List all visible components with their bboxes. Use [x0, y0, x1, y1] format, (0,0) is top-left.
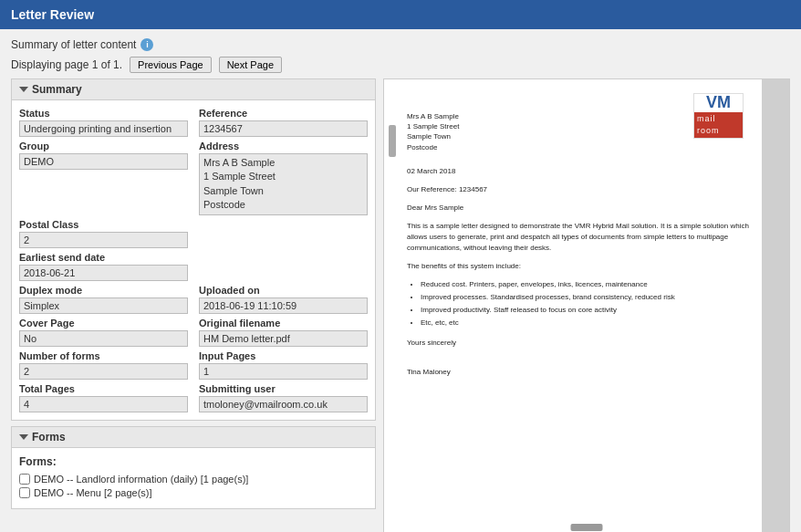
- summary-of-content-label: Summary of letter content: [11, 38, 136, 51]
- group-value: DEMO: [19, 153, 188, 170]
- cover-page-label: Cover Page: [19, 318, 188, 329]
- letter-ref: Our Reference: 1234567: [407, 184, 766, 195]
- form-item-2: DEMO -- Menu [2 page(s)]: [19, 487, 368, 498]
- uploaded-value: 2018-06-19 11:10:59: [199, 297, 368, 314]
- address-label: Address: [199, 141, 368, 151]
- left-panel: Summary Status Undergoing printing and i…: [11, 78, 376, 509]
- num-forms-label: Number of forms: [19, 350, 188, 361]
- page-header: Letter Review: [0, 0, 801, 29]
- benefit3: Improved productivity. Staff released to…: [421, 305, 766, 316]
- letter-body: 02 March 2018 Our Reference: 1234567 Dea…: [407, 166, 766, 378]
- form-item-1: DEMO -- Landlord information (daily) [1 …: [19, 474, 368, 485]
- group-label: Group: [19, 141, 188, 151]
- cover-page-value: No: [19, 330, 188, 347]
- letter-benefits-list: Reduced cost. Printers, paper, envelopes…: [421, 279, 766, 329]
- spacer-2: [199, 252, 368, 281]
- summary-collapse-icon: [19, 87, 28, 92]
- forms-content: Forms: DEMO -- Landlord information (dai…: [12, 448, 375, 508]
- benefit1: Reduced cost. Printers, paper, envelopes…: [421, 279, 766, 290]
- submitting-user-label: Submitting user: [199, 383, 368, 394]
- address-value: Mrs A B Sample 1 Sample Street Sample To…: [199, 153, 368, 215]
- duplex-value: Simplex: [19, 297, 188, 314]
- total-pages-field: Total Pages 4: [19, 383, 188, 412]
- earliest-send-value: 2018-06-21: [19, 265, 188, 281]
- input-pages-value: 1: [199, 363, 368, 380]
- status-field: Status Undergoing printing and insertion: [19, 108, 188, 137]
- reference-label: Reference: [199, 108, 368, 119]
- total-pages-value: 4: [19, 396, 188, 412]
- postal-class-value: 2: [19, 232, 188, 248]
- letter-closing: Yours sincerely: [407, 338, 766, 349]
- page-navigation: Displaying page 1 of 1. Previous Page Ne…: [11, 57, 790, 73]
- status-value: Undergoing printing and insertion: [19, 120, 188, 137]
- address-field: Address Mrs A B Sample 1 Sample Street S…: [199, 141, 368, 215]
- input-pages-label: Input Pages: [199, 350, 368, 361]
- uploaded-label: Uploaded on: [199, 285, 368, 296]
- num-forms-field: Number of forms 2: [19, 350, 188, 380]
- summary-header-label: Summary: [32, 83, 82, 96]
- duplex-field: Duplex mode Simplex: [19, 285, 188, 314]
- form2-label: DEMO -- Menu [2 page(s)]: [34, 487, 152, 498]
- earliest-send-field: Earliest send date 2018-06-21: [19, 252, 188, 281]
- forms-section: Forms Forms: DEMO -- Landlord informatio…: [11, 426, 376, 509]
- forms-section-header[interactable]: Forms: [12, 427, 375, 448]
- forms-collapse-icon: [19, 434, 28, 440]
- earliest-send-label: Earliest send date: [19, 252, 188, 263]
- status-label: Status: [19, 108, 188, 119]
- original-filename-value: HM Demo letter.pdf: [199, 330, 368, 347]
- letter-address-line4: Postcode: [407, 142, 766, 152]
- original-filename-field: Original filename HM Demo letter.pdf: [199, 318, 368, 347]
- letter-benefits-intro: The benefits of this system include:: [407, 261, 766, 272]
- previous-page-button[interactable]: Previous Page: [130, 57, 212, 73]
- summary-section-content: Status Undergoing printing and insertion…: [12, 100, 375, 420]
- total-pages-label: Total Pages: [19, 383, 188, 394]
- form1-checkbox[interactable]: [19, 474, 30, 485]
- letter-salutation: Dear Mrs Sample: [407, 203, 766, 214]
- form1-label: DEMO -- Landlord information (daily) [1 …: [34, 474, 248, 485]
- letter-signatory: Tina Maloney: [407, 367, 766, 378]
- letter-logo: VM mail room: [693, 93, 744, 139]
- page-title: Letter Review: [11, 7, 94, 22]
- submitting-user-value: tmoloney@vmailroom.co.uk: [199, 396, 368, 412]
- letter-preview-panel: VM mail room Mrs A B Sample 1 Sample Str…: [383, 78, 790, 532]
- summary-section-header[interactable]: Summary: [12, 79, 375, 100]
- reference-field: Reference 1234567: [199, 108, 368, 137]
- group-field: Group DEMO: [19, 141, 188, 215]
- info-icon[interactable]: i: [140, 38, 153, 51]
- summary-text-row: Summary of letter content i: [11, 38, 790, 51]
- uploaded-field: Uploaded on 2018-06-19 11:10:59: [199, 285, 368, 314]
- benefit2: Improved processes. Standardised process…: [421, 292, 766, 303]
- logo-v: VM: [706, 94, 731, 110]
- letter-date: 02 March 2018: [407, 166, 766, 177]
- postal-class-field: Postal Class 2: [19, 219, 188, 248]
- spacer-1: [199, 219, 368, 248]
- postal-class-label: Postal Class: [19, 219, 188, 230]
- cover-page-field: Cover Page No: [19, 318, 188, 347]
- benefit4: Etc, etc, etc: [421, 318, 766, 329]
- letter-preview: VM mail room Mrs A B Sample 1 Sample Str…: [384, 79, 789, 532]
- form2-checkbox[interactable]: [19, 487, 30, 498]
- input-pages-field: Input Pages 1: [199, 350, 368, 380]
- summary-section: Summary Status Undergoing printing and i…: [11, 78, 376, 421]
- original-filename-label: Original filename: [199, 318, 368, 329]
- letter-para1: This is a sample letter designed to demo…: [407, 221, 766, 254]
- bottom-scroll-indicator[interactable]: [571, 524, 603, 531]
- forms-header-label: Forms: [32, 431, 66, 443]
- displaying-label: Displaying page 1 of 1.: [11, 58, 122, 71]
- reference-value: 1234567: [199, 120, 368, 137]
- next-page-button[interactable]: Next Page: [219, 57, 282, 73]
- duplex-label: Duplex mode: [19, 285, 188, 296]
- forms-title: Forms:: [19, 455, 368, 468]
- num-forms-value: 2: [19, 363, 188, 380]
- logo-m: mail room: [694, 112, 743, 137]
- submitting-user-field: Submitting user tmoloney@vmailroom.co.uk: [199, 383, 368, 412]
